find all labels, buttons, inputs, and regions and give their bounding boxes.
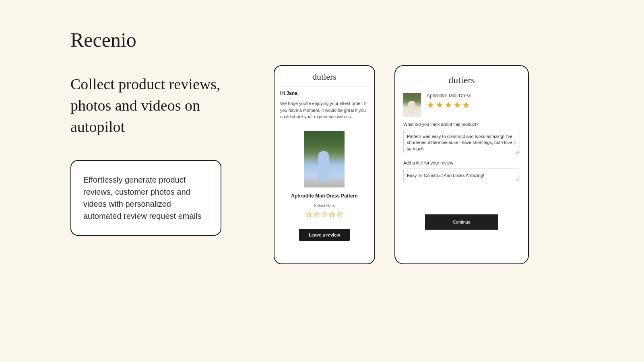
select-stars-label: Select stars: [280, 204, 369, 208]
continue-button[interactable]: Continue: [425, 214, 498, 230]
review-form-card: dutiers Aphrodite Midi Dress What did yo…: [394, 65, 529, 264]
description-box: Effortlessly generate product reviews, c…: [70, 160, 221, 236]
brand-name: Recenio: [70, 28, 239, 51]
product-name: Aphrodite Midi Dress: [427, 93, 471, 99]
star-rating-filled[interactable]: [427, 101, 471, 111]
star-icon[interactable]: [306, 211, 312, 219]
review-title-input[interactable]: [403, 169, 520, 182]
divider: [280, 127, 369, 127]
leave-review-button[interactable]: Leave a review: [299, 229, 350, 241]
star-icon[interactable]: [336, 211, 343, 219]
review-body-textarea[interactable]: [403, 130, 520, 153]
product-thumbnail: [403, 93, 421, 117]
headline: Collect product reviews, photos and vide…: [70, 74, 239, 138]
star-icon[interactable]: [427, 101, 435, 111]
email-body-text: We hope you're enjoying your latest orde…: [280, 100, 369, 120]
email-greeting: Hi Jane,: [280, 90, 369, 96]
star-rating-empty[interactable]: [280, 211, 369, 219]
star-icon[interactable]: [444, 101, 452, 111]
star-icon[interactable]: [329, 211, 335, 219]
star-icon[interactable]: [314, 211, 320, 219]
star-icon[interactable]: [453, 101, 461, 111]
star-icon[interactable]: [436, 101, 444, 111]
divider: [280, 86, 369, 86]
product-header: Aphrodite Midi Dress: [403, 93, 520, 117]
marketing-copy: Recenio Collect product reviews, photos …: [70, 28, 239, 236]
email-mockup-card: dutiers Hi Jane, We hope you're enjoying…: [274, 65, 375, 264]
star-icon[interactable]: [462, 101, 470, 111]
product-image: [304, 131, 345, 187]
description-text: Effortlessly generate product reviews, c…: [83, 174, 208, 222]
store-logo: dutiers: [403, 75, 520, 86]
review-title-label: Add a title for your review: [403, 160, 520, 165]
store-logo: dutiers: [280, 72, 369, 82]
product-name: Aphrodite Midi Dress Pattern: [280, 193, 369, 199]
review-body-label: What did you think about this product?: [403, 122, 520, 127]
star-icon[interactable]: [321, 211, 328, 219]
